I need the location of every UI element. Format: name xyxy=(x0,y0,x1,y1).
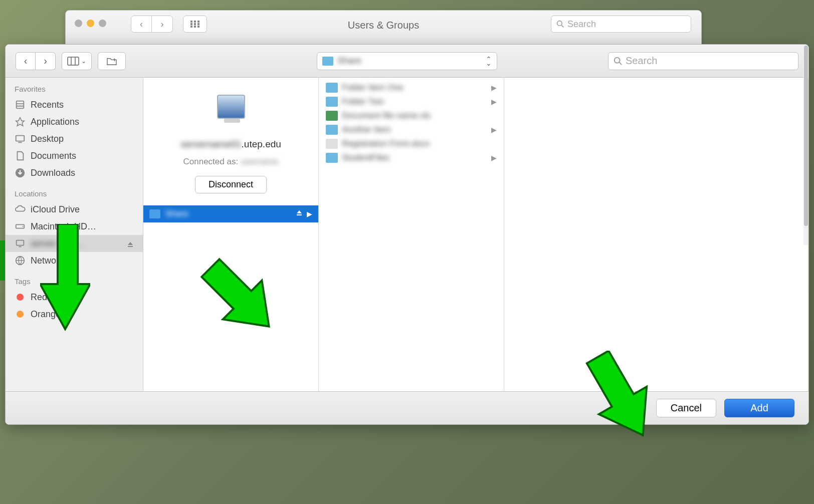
chevron-right-icon: ▶ xyxy=(491,98,497,106)
svg-rect-0 xyxy=(190,21,192,23)
sidebar-item-macintosh-hd[interactable]: Macintosh HD… xyxy=(6,218,143,235)
computer-icon xyxy=(15,238,26,249)
bg-forward-button[interactable]: › xyxy=(152,16,173,33)
folder-item-label: Registration Form.docx xyxy=(342,139,497,149)
eject-icon[interactable] xyxy=(127,240,134,247)
sidebar-item-label: server.utep… xyxy=(31,238,122,249)
eject-icon[interactable] xyxy=(296,209,303,218)
folder-icon xyxy=(326,153,338,163)
folder-item[interactable]: Folder Item One▶ xyxy=(319,81,504,95)
folder-item-label: Another Item xyxy=(342,125,487,135)
traffic-lights xyxy=(75,20,106,27)
svg-rect-6 xyxy=(190,26,192,28)
svg-rect-2 xyxy=(197,21,199,23)
sidebar-header-locations: Locations xyxy=(6,186,143,201)
sidebar-item-label: Downloads xyxy=(31,168,134,178)
cancel-button[interactable]: Cancel xyxy=(656,399,716,417)
sidebar-item-server[interactable]: server.utep… xyxy=(6,235,143,252)
svg-rect-21 xyxy=(16,136,25,141)
path-label: Share xyxy=(337,56,486,66)
chevron-right-icon: ▶ xyxy=(491,126,497,134)
network-icon xyxy=(15,255,26,266)
sidebar-tag-red[interactable]: Red xyxy=(6,289,143,306)
sidebar-item-icloud[interactable]: iCloud Drive xyxy=(6,201,143,218)
sidebar-item-applications[interactable]: Applications xyxy=(6,113,143,130)
sidebar-item-recents[interactable]: Recents xyxy=(6,96,143,113)
folder-item[interactable]: Another Item▶ xyxy=(319,123,504,137)
users-groups-window-titlebar: ‹ › Users & Groups Search xyxy=(65,10,702,45)
grid-icon xyxy=(190,21,199,28)
sheet-toolbar: ‹ › ⌄ Share ⌃⌄ Search xyxy=(6,45,808,78)
search-field[interactable]: Search xyxy=(608,52,798,70)
path-dropdown[interactable]: Share ⌃⌄ xyxy=(317,52,497,70)
back-button[interactable]: ‹ xyxy=(16,52,36,70)
search-icon xyxy=(556,20,564,28)
forward-button[interactable]: › xyxy=(36,52,56,70)
sidebar-tag-orange[interactable]: Orange xyxy=(6,306,143,323)
folder-item-label: Folder Item One xyxy=(342,83,487,93)
bg-search-field[interactable]: Search xyxy=(551,16,691,33)
sidebar-item-label: Red xyxy=(31,292,134,303)
columns-icon xyxy=(67,57,79,66)
maximize-button[interactable] xyxy=(99,20,106,27)
bg-back-button[interactable]: ‹ xyxy=(131,16,152,33)
sidebar-item-desktop[interactable]: Desktop xyxy=(6,130,143,147)
svg-rect-27 xyxy=(19,246,22,247)
sidebar-item-documents[interactable]: Documents xyxy=(6,147,143,164)
bg-nav-buttons: ‹ › xyxy=(131,16,173,33)
folder-item-label: Document file name.xls xyxy=(342,111,497,121)
empty-column xyxy=(504,78,808,425)
disconnect-button[interactable]: Disconnect xyxy=(195,176,267,193)
sidebar-item-label: Applications xyxy=(31,117,134,127)
sidebar-header-tags: Tags xyxy=(6,274,143,289)
folder-icon xyxy=(326,83,338,93)
folder-icon xyxy=(326,97,338,107)
svg-rect-11 xyxy=(68,57,79,65)
minimize-button[interactable] xyxy=(87,20,94,27)
folder-item[interactable]: Document file name.xls xyxy=(319,109,504,123)
bg-search-placeholder: Search xyxy=(567,19,596,30)
svg-rect-8 xyxy=(197,26,199,28)
share-item-selected[interactable]: Share ▶ xyxy=(143,205,318,222)
downloads-icon xyxy=(15,167,26,178)
folder-icon xyxy=(326,125,338,135)
hd-icon xyxy=(15,221,26,232)
search-placeholder: Search xyxy=(626,55,657,67)
doc-icon xyxy=(326,139,338,149)
sidebar-item-label: Documents xyxy=(31,151,134,161)
sidebar-header-favorites: Favorites xyxy=(6,82,143,96)
sidebar-item-downloads[interactable]: Downloads xyxy=(6,164,143,181)
svg-point-16 xyxy=(615,57,620,63)
folder-item[interactable]: StudentFiles▶ xyxy=(319,151,504,165)
bg-show-all-button[interactable] xyxy=(183,16,207,33)
svg-rect-5 xyxy=(197,23,199,25)
svg-rect-18 xyxy=(17,101,24,109)
svg-rect-26 xyxy=(17,240,24,245)
add-button[interactable]: Add xyxy=(724,399,794,417)
svg-line-10 xyxy=(561,25,563,27)
svg-rect-7 xyxy=(194,26,196,28)
chevron-right-icon: ▶ xyxy=(491,154,497,162)
svg-rect-4 xyxy=(194,23,196,25)
new-folder-button[interactable] xyxy=(98,52,126,70)
search-icon xyxy=(614,57,623,66)
icloud-icon xyxy=(15,204,26,215)
svg-point-9 xyxy=(557,21,562,26)
desktop-icon xyxy=(15,133,26,144)
folder-item-label: StudentFiles xyxy=(342,153,487,163)
svg-line-17 xyxy=(620,62,622,65)
svg-rect-1 xyxy=(194,21,196,23)
view-toggle-button[interactable]: ⌄ xyxy=(62,52,92,70)
sidebar: Favorites Recents Applications Desktop D… xyxy=(6,78,143,425)
sidebar-item-label: Macintosh HD… xyxy=(31,221,134,232)
folder-contents-column: Folder Item One▶Folder Two▶Document file… xyxy=(319,78,504,425)
sidebar-item-label: Network xyxy=(31,256,134,266)
folder-item[interactable]: Folder Two▶ xyxy=(319,95,504,109)
close-button[interactable] xyxy=(75,20,82,27)
bg-window-title: Users & Groups xyxy=(348,20,419,31)
folder-item[interactable]: Registration Form.docx xyxy=(319,137,504,151)
svg-rect-3 xyxy=(190,23,192,25)
applications-icon xyxy=(15,116,26,127)
tag-dot-orange-icon xyxy=(17,311,24,318)
sidebar-item-network[interactable]: Network xyxy=(6,252,143,269)
